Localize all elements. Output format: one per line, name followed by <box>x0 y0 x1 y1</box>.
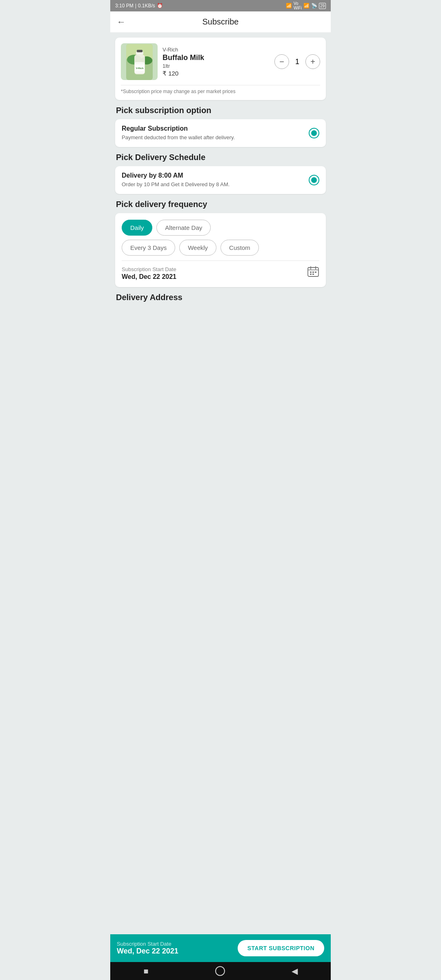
product-name: Buffalo Milk <box>163 53 270 62</box>
quantity-control: − 1 + <box>274 54 320 69</box>
signal-icon: 📶 <box>286 3 292 9</box>
delivery-frequency-section-title: Pick delivery frequency <box>116 200 326 209</box>
start-date-row: Subscription Start Date Wed, Dec 22 2021 <box>122 266 319 281</box>
header: ← Subscribe <box>110 11 331 33</box>
delivery-schedule-section-title: Pick Delivery Schedule <box>116 153 326 162</box>
wifi-icon: 📡 <box>311 3 317 9</box>
delivery-schedule-desc: Order by 10 PM and Get it Delivered by 8… <box>122 181 309 188</box>
subscription-option-radio-fill <box>311 130 317 136</box>
start-date-info: Subscription Start Date Wed, Dec 22 2021 <box>122 266 176 281</box>
quantity-decrease-button[interactable]: − <box>274 54 289 69</box>
calendar-icon[interactable] <box>307 266 319 281</box>
nav-bar: ■ ◀ <box>110 962 331 980</box>
svg-rect-9 <box>137 50 143 52</box>
battery-icon: 29 <box>319 3 326 9</box>
subscription-option-text: Regular Subscription Payment deducted fr… <box>122 125 309 141</box>
delivery-address-section-title: Delivery Address <box>116 293 326 302</box>
subscription-option-desc: Payment deducted from the wallet after d… <box>122 134 309 141</box>
subscription-option-radio[interactable] <box>309 128 319 138</box>
status-time: 3:10 PM <box>115 3 134 9</box>
nav-back-icon[interactable]: ◀ <box>292 966 298 976</box>
product-info: V-Rich Buffalo Milk 1ltr ₹ 120 <box>163 47 270 77</box>
start-date-value: Wed, Dec 22 2021 <box>122 273 176 281</box>
subscription-option-section-title: Pick subscription option <box>116 106 326 115</box>
freq-buttons-row1: Daily Alternate Day <box>122 220 319 236</box>
bottom-bar-date-value: Wed, Dec 22 2021 <box>117 947 178 956</box>
signal2-icon: 📶 <box>303 3 310 9</box>
start-subscription-button[interactable]: START SUBSCRIPTION <box>238 940 324 956</box>
status-separator: | <box>135 3 136 9</box>
status-bar: 3:10 PM | 0.1KB/s ⏰ 📶 VoWiFi 📶 📡 29 <box>110 0 331 11</box>
delivery-schedule-text: Delivery by 8:00 AM Order by 10 PM and G… <box>122 172 309 188</box>
delivery-schedule-title: Delivery by 8:00 AM <box>122 172 309 179</box>
freq-btn-every-3-days[interactable]: Every 3 Days <box>122 240 175 256</box>
back-button[interactable]: ← <box>117 17 126 27</box>
alarm-icon: ⏰ <box>157 3 163 9</box>
status-left: 3:10 PM | 0.1KB/s ⏰ <box>115 3 163 9</box>
frequency-card: Daily Alternate Day Every 3 Days Weekly … <box>115 213 326 287</box>
quantity-value: 1 <box>293 58 301 66</box>
product-brand: V-Rich <box>163 47 270 53</box>
svg-rect-18 <box>312 274 314 275</box>
bottom-bar-date-block: Subscription Start Date Wed, Dec 22 2021 <box>117 941 178 956</box>
vowifi-icon: VoWiFi <box>294 1 302 10</box>
nav-circle-icon[interactable] <box>215 966 225 976</box>
bottom-bar-date-label: Subscription Start Date <box>117 941 178 947</box>
svg-rect-14 <box>310 272 312 273</box>
product-row: V-Rich V-Rich Buffalo Milk 1ltr ₹ 120 − … <box>121 43 320 80</box>
product-price: ₹ 120 <box>163 70 270 77</box>
freq-buttons-row2: Every 3 Days Weekly Custom <box>122 240 319 256</box>
freq-btn-daily[interactable]: Daily <box>122 220 152 236</box>
subscription-option-title: Regular Subscription <box>122 125 309 132</box>
product-volume: 1ltr <box>163 63 270 69</box>
freq-btn-alternate-day[interactable]: Alternate Day <box>156 220 211 236</box>
bottom-bar: Subscription Start Date Wed, Dec 22 2021… <box>110 934 331 962</box>
status-speed: 0.1KB/s <box>138 3 155 9</box>
quantity-increase-button[interactable]: + <box>305 54 320 69</box>
product-disclaimer: *Subscription price may change as per ma… <box>121 89 320 94</box>
freq-btn-weekly[interactable]: Weekly <box>179 240 216 256</box>
main-content: V-Rich V-Rich Buffalo Milk 1ltr ₹ 120 − … <box>110 33 331 980</box>
product-image: V-Rich <box>121 43 158 80</box>
freq-divider <box>122 261 319 261</box>
product-card: V-Rich V-Rich Buffalo Milk 1ltr ₹ 120 − … <box>115 38 326 100</box>
subscription-option-card[interactable]: Regular Subscription Payment deducted fr… <box>115 119 326 147</box>
svg-rect-17 <box>310 274 312 275</box>
delivery-schedule-radio-fill <box>311 177 317 183</box>
svg-rect-16 <box>315 272 316 273</box>
milk-bottle-svg: V-Rich <box>126 44 153 80</box>
start-date-label: Subscription Start Date <box>122 266 176 272</box>
product-divider <box>121 85 320 85</box>
svg-rect-15 <box>312 272 314 273</box>
freq-btn-custom[interactable]: Custom <box>220 240 259 256</box>
delivery-schedule-radio[interactable] <box>309 175 319 185</box>
status-right: 📶 VoWiFi 📶 📡 29 <box>286 1 326 10</box>
page-title: Subscribe <box>203 17 239 27</box>
svg-text:V-Rich: V-Rich <box>136 67 143 69</box>
delivery-schedule-card[interactable]: Delivery by 8:00 AM Order by 10 PM and G… <box>115 166 326 194</box>
nav-square-icon[interactable]: ■ <box>143 967 148 976</box>
